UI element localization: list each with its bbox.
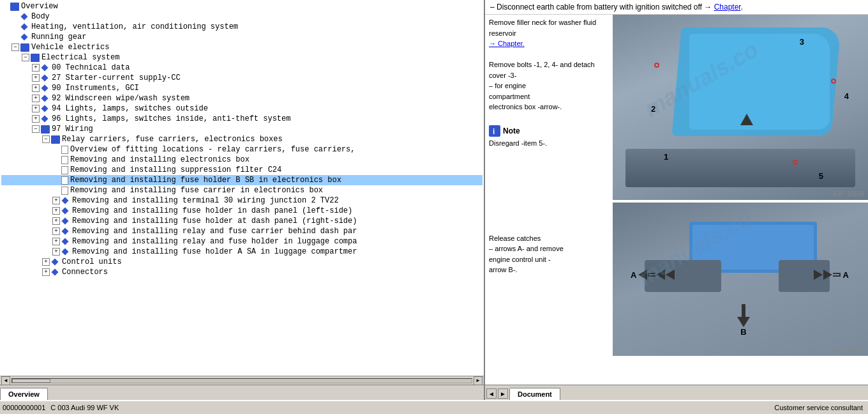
tree-item-16[interactable]: Removing and installing electronics box bbox=[1, 155, 483, 165]
expand-btn-6[interactable]: − bbox=[22, 54, 29, 61]
tree-item-21[interactable]: +Removing and installing fuse holder in … bbox=[1, 206, 483, 216]
expand-btn-11[interactable]: + bbox=[32, 105, 40, 112]
engine-image-bottom: A A bbox=[613, 203, 868, 356]
tree-item-24[interactable]: +Removing and installing relay and fuse … bbox=[1, 236, 483, 247]
tree-item-text-7: 00 Technical data bbox=[52, 63, 130, 72]
expand-btn-13[interactable]: − bbox=[32, 125, 40, 133]
expand-btn-12[interactable]: + bbox=[32, 115, 40, 123]
chapter-link-header[interactable]: Chapter bbox=[714, 3, 741, 12]
chapter-link-1[interactable]: → Chapter. bbox=[489, 40, 525, 47]
tab-document[interactable]: Document bbox=[509, 388, 560, 400]
step-filler-neck: Remove filler neck for washer fluid rese… bbox=[489, 17, 609, 49]
tree-item-20[interactable]: +Removing and installing terminal 30 wir… bbox=[1, 195, 483, 206]
right-bottom-tabs: ◄ ► Document bbox=[485, 385, 868, 400]
img1-num4: 4 bbox=[844, 91, 849, 101]
left-bottom-tabs: Overview bbox=[0, 385, 484, 400]
expand-btn-27[interactable]: + bbox=[42, 268, 50, 276]
expand-btn-23[interactable]: + bbox=[52, 227, 60, 235]
tree-item-5[interactable]: −Vehicle electrics bbox=[1, 42, 483, 52]
book-icon-6 bbox=[31, 54, 40, 62]
note-icon bbox=[489, 125, 500, 137]
tree-item-17[interactable]: Removing and installing suppression filt… bbox=[1, 165, 483, 175]
expand-btn-26[interactable]: + bbox=[42, 258, 50, 266]
tree-item-text-6: Electrical system bbox=[41, 53, 119, 62]
expand-btn-9[interactable]: + bbox=[32, 84, 40, 92]
right-panel: – Disconnect earth cable from battery wi… bbox=[485, 0, 868, 400]
tree-item-18[interactable]: Removing and installing fuse holder B SB… bbox=[1, 175, 483, 185]
tree-item-10[interactable]: +92 Windscreen wipe/wash system bbox=[1, 93, 483, 103]
page-icon-16 bbox=[61, 156, 68, 164]
tree-item-text-18: Removing and installing fuse holder B SB… bbox=[70, 176, 341, 185]
engine-image-top: 1 2 3 4 5 manuals.co A97-10636 bbox=[613, 15, 868, 200]
expand-btn-20[interactable]: + bbox=[52, 197, 60, 204]
expand-btn-24[interactable]: + bbox=[52, 238, 60, 245]
tree-item-text-12: 96 Lights, lamps, switches inside, anti-… bbox=[52, 114, 290, 123]
tree-item-27[interactable]: +Connectors bbox=[1, 267, 483, 277]
img1-num1: 1 bbox=[664, 152, 668, 162]
tree-item-text-19: Removing and installing fuse carrier in … bbox=[70, 186, 323, 195]
tree-item-14[interactable]: −Relay carriers, fuse carriers, electron… bbox=[1, 134, 483, 144]
tab-overview[interactable]: Overview bbox=[0, 388, 48, 400]
img2-label: A97-10638 bbox=[833, 346, 864, 353]
tree-item-text-10: 92 Windscreen wipe/wash system bbox=[52, 94, 190, 103]
diamond-icon-27 bbox=[51, 268, 58, 275]
tree-item-text-9: 90 Instruments, GCI bbox=[52, 84, 139, 93]
expand-btn-8[interactable]: + bbox=[32, 74, 40, 82]
expand-btn-14[interactable]: − bbox=[42, 135, 50, 143]
tree-item-2[interactable]: Body bbox=[1, 12, 483, 22]
diamond-icon-8 bbox=[41, 74, 48, 81]
page-icon-18 bbox=[61, 176, 68, 185]
tree-item-15[interactable]: Overview of fitting locations - relay ca… bbox=[1, 144, 483, 155]
tree-item-12[interactable]: +96 Lights, lamps, switches inside, anti… bbox=[1, 114, 483, 124]
horizontal-scrollbar[interactable]: ◄ ► bbox=[0, 376, 484, 385]
expand-btn-10[interactable]: + bbox=[32, 95, 40, 102]
tree-item-19[interactable]: Removing and installing fuse carrier in … bbox=[1, 185, 483, 195]
page-icon-17 bbox=[61, 166, 68, 174]
tree-item-6[interactable]: −Electrical system bbox=[1, 52, 483, 63]
nav-next-btn[interactable]: ► bbox=[498, 388, 508, 399]
tree-item-26[interactable]: +Control units bbox=[1, 257, 483, 267]
tree-item-text-21: Removing and installing fuse holder in d… bbox=[72, 206, 352, 215]
tree-item-3[interactable]: Heating, ventilation, air conditioning s… bbox=[1, 22, 483, 32]
scroll-left-btn[interactable]: ◄ bbox=[1, 376, 10, 385]
expand-btn-21[interactable]: + bbox=[52, 207, 60, 215]
tree-item-text-11: 94 Lights, lamps, switches outside bbox=[52, 104, 208, 113]
status-text-right: Customer service consultant bbox=[774, 404, 863, 411]
tree-item-text-8: 27 Starter-current supply-CC bbox=[52, 73, 181, 82]
expand-btn-22[interactable]: + bbox=[52, 217, 60, 225]
expand-btn-5[interactable]: − bbox=[11, 43, 19, 51]
tree-item-text-23: Removing and installing relay and fuse c… bbox=[72, 227, 357, 236]
status-code-center: C 003 Audi 99 WF VK bbox=[50, 404, 119, 411]
tree-item-9[interactable]: +90 Instruments, GCI bbox=[1, 83, 483, 93]
diamond-icon-12 bbox=[41, 115, 48, 122]
expand-btn-7[interactable]: + bbox=[32, 64, 40, 72]
tree-item-text-1: Overview bbox=[21, 2, 58, 11]
tree-item-4[interactable]: Running gear bbox=[1, 32, 483, 42]
tree-item-7[interactable]: +00 Technical data bbox=[1, 63, 483, 73]
tree-item-text-16: Removing and installing electronics box bbox=[70, 155, 250, 164]
tree-item-8[interactable]: +27 Starter-current supply-CC bbox=[1, 73, 483, 83]
step-remove-bolts: Remove bolts -1, 2, 4- and detach cover … bbox=[489, 59, 609, 112]
tree-item-text-25: Removing and installing fuse holder A SA… bbox=[72, 247, 357, 256]
arrow-b-down: B bbox=[737, 304, 750, 337]
tree-item-text-5: Vehicle electrics bbox=[31, 43, 109, 52]
tree-item-25[interactable]: +Removing and installing fuse holder A S… bbox=[1, 247, 483, 257]
tree-item-1[interactable]: Overview bbox=[1, 1, 483, 12]
tree-item-23[interactable]: +Removing and installing relay and fuse … bbox=[1, 226, 483, 236]
tree-item-11[interactable]: +94 Lights, lamps, switches outside bbox=[1, 103, 483, 114]
tree-item-text-2: Body bbox=[31, 12, 50, 21]
diamond-icon-22 bbox=[61, 217, 68, 224]
diamond-icon-9 bbox=[41, 84, 48, 91]
step-release-catches: Release catches– arrows A- and removeeng… bbox=[489, 233, 609, 275]
tree-item-13[interactable]: −97 Wiring bbox=[1, 124, 483, 134]
tree-item-text-27: Connectors bbox=[62, 268, 108, 277]
scroll-track[interactable] bbox=[11, 378, 472, 383]
scroll-thumb[interactable] bbox=[12, 379, 50, 383]
nav-prev-btn[interactable]: ◄ bbox=[486, 388, 497, 399]
tree-item-text-14: Relay carriers, fuse carriers, electroni… bbox=[62, 135, 283, 144]
expand-btn-25[interactable]: + bbox=[52, 248, 60, 256]
diamond-icon-26 bbox=[51, 258, 58, 265]
scroll-right-btn[interactable]: ► bbox=[474, 376, 483, 385]
tree-item-22[interactable]: +Removing and installing fuse holder at … bbox=[1, 216, 483, 226]
page-icon-15 bbox=[61, 146, 68, 154]
